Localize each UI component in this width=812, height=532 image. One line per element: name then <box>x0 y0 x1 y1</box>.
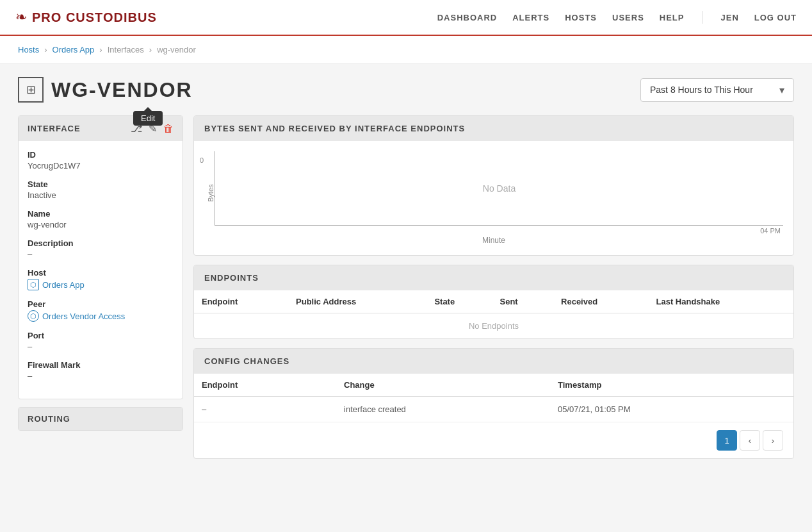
nav-help[interactable]: HELP <box>660 13 685 22</box>
chart-x-title: Minute <box>204 236 783 245</box>
field-description-value: – <box>28 249 174 259</box>
field-peer-link: Orders Vendor Access <box>42 312 125 321</box>
right-panel: BYTES SENT AND RECEIVED BY INTERFACE END… <box>193 115 794 459</box>
field-peer: Peer ⬡ Orders Vendor Access <box>28 299 174 322</box>
field-state: State Inactive <box>28 179 174 200</box>
edit-tooltip: Edit <box>133 111 163 126</box>
field-peer-label: Peer <box>28 299 174 309</box>
chart-y-label: Bytes <box>204 151 215 235</box>
col-last-handshake: Last Handshake <box>648 290 793 313</box>
chevron-down-icon: ▾ <box>779 84 784 96</box>
chart-section-header: BYTES SENT AND RECEIVED BY INTERFACE END… <box>194 116 793 141</box>
field-id: ID YocrugDc1W7 <box>28 150 174 170</box>
col-timestamp: Timestamp <box>550 374 793 397</box>
config-changes-thead: Endpoint Change Timestamp <box>194 374 793 397</box>
chart-area: Bytes 0 No Data 04 PM <box>204 151 783 235</box>
nav-hosts[interactable]: HOSTS <box>565 13 597 22</box>
field-firewall-mark: Firewall Mark – <box>28 360 174 381</box>
breadcrumb: Hosts › Orders App › Interfaces › wg-ven… <box>0 36 812 64</box>
page-btn-1[interactable]: 1 <box>717 430 737 451</box>
field-state-label: State <box>28 179 174 189</box>
config-changes-table: Endpoint Change Timestamp – interface cr… <box>194 374 793 422</box>
config-row-change: interface created <box>336 397 550 422</box>
page-title-icon: ⊞ <box>18 77 44 103</box>
time-selector-label: Past 8 Hours to This Hour <box>650 85 753 95</box>
routing-header-label: ROUTING <box>28 414 70 424</box>
nav-users[interactable]: USERS <box>612 13 644 22</box>
chart-section-body: Bytes 0 No Data 04 PM Minute <box>194 141 793 255</box>
field-peer-value[interactable]: ⬡ Orders Vendor Access <box>28 310 174 322</box>
breadcrumb-interfaces: Interfaces <box>108 45 144 54</box>
breadcrumb-sep-3: › <box>149 45 152 54</box>
circuit-board-icon: ⊞ <box>26 83 36 97</box>
pagination: 1 ‹ › <box>194 422 793 458</box>
field-host: Host ⬡ Orders App <box>28 268 174 290</box>
nav-jen[interactable]: JEN <box>720 13 738 22</box>
config-changes-header-row: Endpoint Change Timestamp <box>194 374 793 397</box>
col-sent: Sent <box>492 290 554 313</box>
config-changes-section: CONFIG CHANGES Endpoint Change Timestamp <box>193 348 794 459</box>
col-config-endpoint: Endpoint <box>194 374 336 397</box>
page-header: ⊞ WG-VENDOR Edit Past 8 Hours to This Ho… <box>18 77 794 103</box>
time-selector[interactable]: Past 8 Hours to This Hour ▾ <box>640 78 794 102</box>
field-port-value: – <box>28 342 174 351</box>
col-public-address: Public Address <box>288 290 426 313</box>
page-content: ⊞ WG-VENDOR Edit Past 8 Hours to This Ho… <box>0 64 812 472</box>
col-change: Change <box>336 374 550 397</box>
breadcrumb-hosts[interactable]: Hosts <box>18 45 39 54</box>
config-row-endpoint: – <box>194 397 336 422</box>
chart-section: BYTES SENT AND RECEIVED BY INTERFACE END… <box>193 115 794 256</box>
table-row: – interface created 05/07/21, 01:05 PM <box>194 397 793 422</box>
endpoints-section: ENDPOINTS Endpoint Public Address State … <box>193 265 794 339</box>
field-host-value[interactable]: ⬡ Orders App <box>28 279 174 290</box>
breadcrumb-orders-app[interactable]: Orders App <box>53 45 95 54</box>
routing-panel-header: ROUTING <box>19 408 183 430</box>
col-state: State <box>426 290 492 313</box>
field-firewall-mark-value: – <box>28 371 174 381</box>
top-nav: ❧ PRO CUSTODIBUS DASHBOARD ALERTS HOSTS … <box>0 0 812 36</box>
config-changes-header: CONFIG CHANGES <box>194 349 793 374</box>
host-icon: ⬡ <box>28 279 39 290</box>
field-description-label: Description <box>28 238 174 248</box>
chart-no-data-label: No Data <box>483 183 516 194</box>
chart-zero-label: 0 <box>200 156 204 164</box>
page-next-btn[interactable]: › <box>763 430 783 451</box>
nav-logout[interactable]: LOG OUT <box>754 13 797 22</box>
peer-icon: ⬡ <box>28 310 39 322</box>
field-name-value: wg-vendor <box>28 220 174 229</box>
config-changes-body: Endpoint Change Timestamp – interface cr… <box>194 374 793 422</box>
endpoints-thead: Endpoint Public Address State Sent Recei… <box>194 290 793 313</box>
field-state-value: Inactive <box>28 190 174 200</box>
page-prev-btn[interactable]: ‹ <box>740 430 760 451</box>
breadcrumb-wg-vendor: wg-vendor <box>157 45 196 54</box>
nav-alerts[interactable]: ALERTS <box>512 13 549 22</box>
chart-x-labels: 04 PM <box>215 226 783 235</box>
breadcrumb-sep-2: › <box>99 45 102 54</box>
logo-text: PRO CUSTODIBUS <box>32 10 157 25</box>
field-name: Name wg-vendor <box>28 209 174 229</box>
breadcrumb-sep-1: › <box>44 45 47 54</box>
field-id-label: ID <box>28 150 174 160</box>
nav-dashboard[interactable]: DASHBOARD <box>437 13 498 22</box>
field-port: Port – <box>28 331 174 351</box>
field-description: Description – <box>28 238 174 259</box>
endpoints-section-body: Endpoint Public Address State Sent Recei… <box>194 290 793 338</box>
main-layout: INTERFACE ⎇ ✎ 🗑 ID YocrugDc1W7 State Ina… <box>18 115 794 459</box>
endpoints-no-data: No Endpoints <box>194 313 793 339</box>
routing-panel: ROUTING <box>18 407 183 431</box>
left-panel: INTERFACE ⎇ ✎ 🗑 ID YocrugDc1W7 State Ina… <box>18 115 183 438</box>
page-title: WG-VENDOR <box>51 78 193 102</box>
endpoints-section-header: ENDPOINTS <box>194 265 793 290</box>
page-title-area: ⊞ WG-VENDOR Edit <box>18 77 193 103</box>
field-id-value: YocrugDc1W7 <box>28 161 174 170</box>
field-host-label: Host <box>28 268 174 278</box>
endpoints-header-row: Endpoint Public Address State Sent Recei… <box>194 290 793 313</box>
field-port-label: Port <box>28 331 174 340</box>
nav-divider <box>702 11 702 24</box>
field-name-label: Name <box>28 209 174 219</box>
interface-panel: INTERFACE ⎇ ✎ 🗑 ID YocrugDc1W7 State Ina… <box>18 115 183 399</box>
delete-icon[interactable]: 🗑 <box>163 123 174 135</box>
chart-plot: 0 No Data <box>215 151 783 226</box>
endpoints-table: Endpoint Public Address State Sent Recei… <box>194 290 793 338</box>
chart-x-tick: 04 PM <box>760 227 781 235</box>
